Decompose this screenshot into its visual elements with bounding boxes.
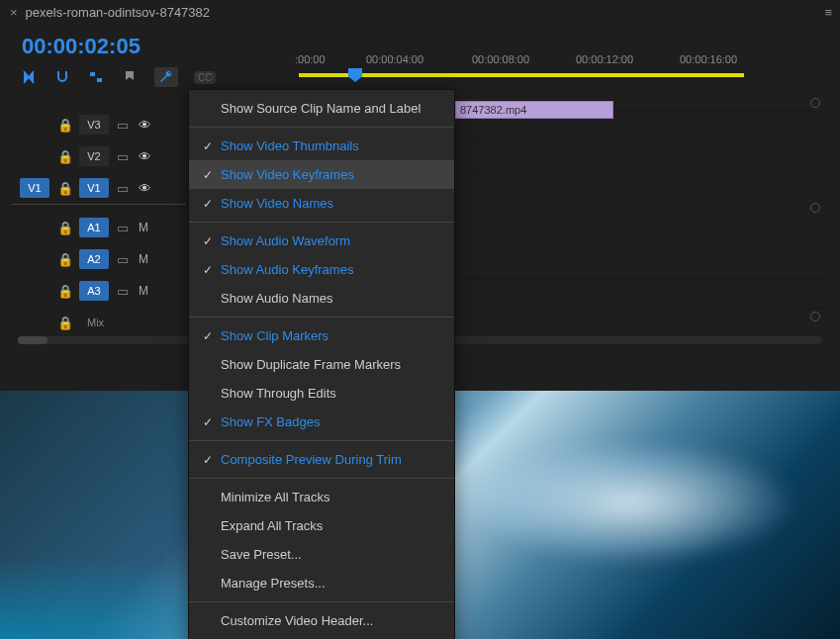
- track-target-a2[interactable]: A2: [79, 249, 109, 269]
- menu-separator: [189, 601, 454, 602]
- time-ruler[interactable]: :00:00 00:00:04:00 00:00:08:00 00:00:12:…: [289, 53, 828, 79]
- eye-icon[interactable]: 👁: [139, 149, 152, 164]
- ruler-tick: 00:00:04:00: [366, 53, 423, 65]
- menu-item[interactable]: ✓Show Audio Keyframes: [189, 255, 454, 284]
- linked-selection-icon[interactable]: [87, 68, 105, 86]
- menu-item[interactable]: ✓Show Video Keyframes: [189, 160, 454, 189]
- svg-rect-0: [90, 72, 95, 76]
- menu-item[interactable]: ✓Show Video Names: [189, 189, 454, 218]
- menu-separator: [189, 127, 454, 128]
- checkmark-icon: ✓: [203, 197, 221, 211]
- menu-item-label: Show FX Badges: [221, 414, 440, 429]
- mute-m-icon[interactable]: M: [139, 284, 148, 298]
- menu-item[interactable]: Manage Presets...: [189, 569, 454, 597]
- filmstrip-icon[interactable]: ▭: [117, 149, 131, 164]
- track-header-v1[interactable]: V1 🔒 V1 ▭ 👁: [12, 172, 186, 204]
- checkmark-icon: ✓: [203, 168, 221, 182]
- menu-separator: [189, 317, 454, 318]
- track-header-a1[interactable]: 🔒 A1 ▭ M: [12, 212, 186, 243]
- menu-item-label: Show Video Thumbnails: [221, 138, 440, 153]
- playhead-timecode[interactable]: 00:00:02:05: [0, 24, 140, 63]
- filmstrip-icon[interactable]: ▭: [117, 221, 131, 235]
- menu-item[interactable]: Show Source Clip Name and Label: [189, 94, 454, 123]
- sequence-title[interactable]: pexels-roman-odintsov-8747382: [26, 5, 825, 20]
- scroll-end-icon[interactable]: [810, 312, 820, 321]
- eye-icon[interactable]: 👁: [139, 181, 152, 196]
- wrench-settings-icon[interactable]: [154, 67, 178, 87]
- track-target-a3[interactable]: A3: [79, 281, 109, 301]
- menu-item[interactable]: ✓Show Audio Waveform: [189, 227, 454, 255]
- menu-item-label: Show Through Edits: [221, 386, 440, 401]
- menu-separator: [189, 440, 454, 441]
- menu-item[interactable]: Show Audio Names: [189, 284, 454, 313]
- menu-item-label: Show Clip Markers: [221, 328, 440, 343]
- insert-tool-icon[interactable]: [20, 68, 38, 86]
- menu-item-label: Show Duplicate Frame Markers: [221, 357, 440, 372]
- menu-item[interactable]: ✓Show Video Thumbnails: [189, 132, 454, 160]
- scroll-end-icon[interactable]: [810, 98, 820, 108]
- menu-separator: [189, 222, 454, 223]
- close-icon[interactable]: ×: [10, 5, 18, 20]
- eye-icon[interactable]: 👁: [139, 118, 152, 133]
- menu-item[interactable]: Customize Audio Header...: [189, 635, 454, 639]
- menu-item[interactable]: Show Through Edits: [189, 379, 454, 408]
- menu-item[interactable]: Customize Video Header...: [189, 606, 454, 635]
- menu-item-label: Save Preset...: [221, 547, 440, 562]
- ruler-tick: :00:00: [295, 53, 326, 65]
- checkmark-icon: ✓: [203, 234, 221, 248]
- filmstrip-icon[interactable]: ▭: [117, 252, 131, 267]
- panel-menu-icon[interactable]: ≡: [824, 5, 830, 20]
- menu-item[interactable]: ✓Show Clip Markers: [189, 321, 454, 350]
- menu-item[interactable]: Minimize All Tracks: [189, 483, 454, 511]
- svg-rect-1: [97, 78, 102, 82]
- lock-icon[interactable]: 🔒: [57, 149, 71, 164]
- menu-item[interactable]: ✓Composite Preview During Trim: [189, 445, 454, 474]
- menu-item-label: Show Audio Keyframes: [221, 262, 440, 277]
- track-target-a1[interactable]: A1: [79, 218, 109, 237]
- captions-icon[interactable]: CC: [194, 71, 216, 84]
- menu-item-label: Manage Presets...: [221, 576, 440, 591]
- checkmark-icon: ✓: [203, 263, 221, 277]
- track-header-v2[interactable]: 🔒 V2 ▭ 👁: [12, 140, 186, 172]
- work-area-bar[interactable]: [299, 73, 744, 77]
- menu-item[interactable]: Save Preset...: [189, 540, 454, 569]
- scrollbar-thumb[interactable]: [18, 336, 47, 344]
- track-header-a2[interactable]: 🔒 A2 ▭ M: [12, 243, 186, 275]
- menu-item[interactable]: Expand All Tracks: [189, 511, 454, 540]
- checkmark-icon: ✓: [203, 139, 221, 153]
- menu-item-label: Show Audio Waveform: [221, 233, 440, 248]
- checkmark-icon: ✓: [203, 329, 221, 343]
- lock-icon[interactable]: 🔒: [57, 252, 71, 267]
- filmstrip-icon[interactable]: ▭: [117, 284, 131, 299]
- lock-icon[interactable]: 🔒: [57, 181, 71, 196]
- track-header-v3[interactable]: 🔒 V3 ▭ 👁: [12, 109, 186, 140]
- snap-magnet-icon[interactable]: [53, 68, 71, 86]
- timeline-display-settings-menu: Show Source Clip Name and Label✓Show Vid…: [188, 89, 455, 639]
- lock-icon[interactable]: 🔒: [57, 284, 71, 299]
- track-header-a3[interactable]: 🔒 A3 ▭ M: [12, 275, 186, 307]
- menu-item-label: Show Video Keyframes: [221, 167, 440, 182]
- checkmark-icon: ✓: [203, 415, 221, 429]
- src-patch-v1[interactable]: V1: [20, 178, 49, 198]
- track-target-v1[interactable]: V1: [79, 178, 109, 198]
- filmstrip-icon[interactable]: ▭: [117, 118, 131, 133]
- menu-item-label: Show Audio Names: [221, 291, 440, 306]
- menu-item-label: Show Source Clip Name and Label: [221, 101, 440, 116]
- marker-icon[interactable]: [121, 68, 139, 86]
- track-target-v3[interactable]: V3: [79, 115, 109, 135]
- ruler-tick: 00:00:12:00: [576, 53, 633, 65]
- lock-icon[interactable]: 🔒: [57, 221, 71, 235]
- menu-item-label: Composite Preview During Trim: [221, 452, 440, 467]
- menu-separator: [189, 478, 454, 479]
- menu-item[interactable]: Show Duplicate Frame Markers: [189, 350, 454, 379]
- mute-m-icon[interactable]: M: [139, 252, 148, 266]
- checkmark-icon: ✓: [203, 453, 221, 467]
- sequence-tab-bar: × pexels-roman-odintsov-8747382 ≡: [0, 0, 840, 24]
- track-target-v2[interactable]: V2: [79, 146, 109, 166]
- lock-icon[interactable]: 🔒: [57, 118, 71, 133]
- scroll-end-icon[interactable]: [810, 203, 820, 213]
- video-clip[interactable]: 8747382.mp4: [455, 101, 613, 119]
- mute-m-icon[interactable]: M: [139, 221, 148, 234]
- filmstrip-icon[interactable]: ▭: [117, 181, 131, 196]
- menu-item[interactable]: ✓Show FX Badges: [189, 408, 454, 436]
